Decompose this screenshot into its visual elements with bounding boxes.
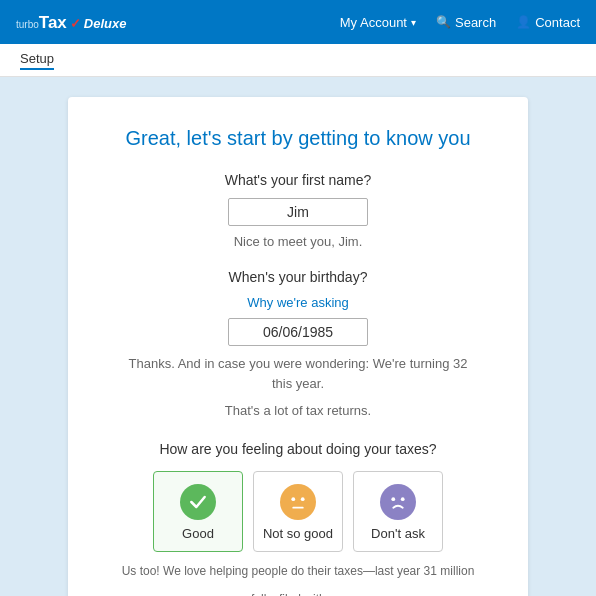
form-card: Great, let's start by getting to know yo… (68, 97, 528, 596)
card-title: Great, let's start by getting to know yo… (118, 127, 478, 150)
logo-deluxe-text: Deluxe (84, 16, 127, 31)
neutral-face-icon (280, 484, 316, 520)
svg-point-5 (391, 497, 395, 501)
emotion-dontask-button[interactable]: Don't ask (353, 471, 443, 552)
breadcrumb-bar: Setup (0, 44, 596, 77)
birthday-helper-line2: That's a lot of tax returns. (118, 401, 478, 421)
birthday-section: When's your birthday? Why we're asking T… (118, 269, 478, 421)
neutral-face-svg (281, 485, 315, 519)
search-icon: 🔍 (436, 15, 451, 29)
checkmark-svg (188, 492, 208, 512)
svg-point-1 (291, 497, 295, 501)
header: turbo Tax ✓ Deluxe My Account ▾ 🔍 Search… (0, 0, 596, 44)
emotion-dontask-label: Don't ask (371, 526, 425, 541)
emotion-notgood-button[interactable]: Not so good (253, 471, 343, 552)
header-nav: My Account ▾ 🔍 Search 👤 Contact (340, 15, 580, 30)
why-asking-link[interactable]: Why we're asking (118, 295, 478, 310)
birthday-helper-line1: Thanks. And in case you were wondering: … (118, 354, 478, 393)
svg-point-6 (401, 497, 405, 501)
emotion-buttons-group: Good Not so good (118, 471, 478, 552)
emotion-good-button[interactable]: Good (153, 471, 243, 552)
logo-checkmark-icon: ✓ (70, 16, 81, 31)
svg-point-4 (381, 485, 415, 519)
my-account-nav[interactable]: My Account ▾ (340, 15, 416, 30)
first-name-helper: Nice to meet you, Jim. (118, 234, 478, 249)
feeling-section: How are you feeling about doing your tax… (118, 441, 478, 597)
first-name-question: What's your first name? (118, 172, 478, 188)
breadcrumb: Setup (20, 51, 54, 70)
search-label: Search (455, 15, 496, 30)
logo-tax-text: Tax (39, 14, 67, 31)
birthday-question: When's your birthday? (118, 269, 478, 285)
svg-point-0 (281, 485, 315, 519)
main-content: Great, let's start by getting to know yo… (0, 77, 596, 596)
logo-turbo-text: turbo (16, 20, 39, 30)
emotion-notgood-label: Not so good (263, 526, 333, 541)
birthday-input[interactable] (228, 318, 368, 346)
my-account-label: My Account (340, 15, 407, 30)
logo-wordmark: turbo Tax ✓ Deluxe (16, 14, 126, 31)
emotion-good-label: Good (182, 526, 214, 541)
feeling-helper-line1: Us too! We love helping people do their … (118, 562, 478, 580)
contact-label: Contact (535, 15, 580, 30)
dontask-face-icon (380, 484, 416, 520)
chevron-down-icon: ▾ (411, 17, 416, 28)
dontask-face-svg (381, 485, 415, 519)
contact-icon: 👤 (516, 15, 531, 29)
feeling-question: How are you feeling about doing your tax… (118, 441, 478, 457)
search-nav[interactable]: 🔍 Search (436, 15, 496, 30)
logo: turbo Tax ✓ Deluxe (16, 14, 126, 31)
good-checkmark-icon (180, 484, 216, 520)
first-name-input[interactable] (228, 198, 368, 226)
feeling-helper-line2: folks filed with us. (118, 590, 478, 597)
contact-nav[interactable]: 👤 Contact (516, 15, 580, 30)
svg-point-2 (301, 497, 305, 501)
first-name-section: What's your first name? Nice to meet you… (118, 172, 478, 249)
